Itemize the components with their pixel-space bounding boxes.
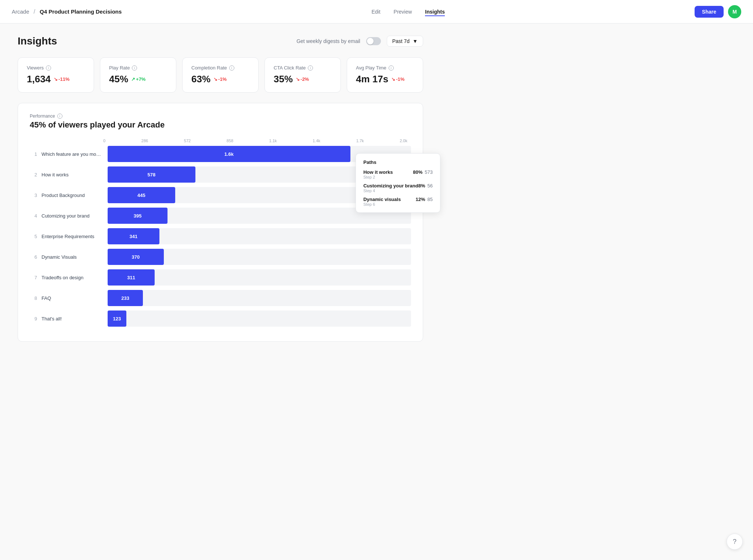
brand-link[interactable]: Arcade [12,8,29,15]
chart-bar[interactable]: 1.6k [108,146,350,162]
performance-label: Performance i [30,114,411,119]
share-button[interactable]: Share [695,6,724,18]
chevron-down-icon: ▼ [412,38,418,44]
axis-6: 1.7k [356,139,364,143]
tab-preview[interactable]: Preview [394,7,412,16]
arrow-down-icon-3: ↘ [296,76,300,82]
chart-area: 0 286 572 858 1.1k 1.4k 1.7k 2.0k 1Which… [30,139,411,327]
path-values: 80%573 [413,169,433,175]
chart-row-bar-area: 123 [108,310,411,327]
axis-0: 0 [103,139,105,143]
chart-bar[interactable]: 578 [108,166,195,183]
stat-delta-viewers: ↘ -11% [54,76,69,82]
chart-row[interactable]: 4Cutomizing your brand395 [30,208,411,224]
chart-bar[interactable]: 395 [108,208,167,224]
info-icon-viewers[interactable]: i [46,65,51,71]
chart-bar[interactable]: 123 [108,310,126,327]
stat-value-avgplay: 4m 17s ↘ -1% [356,73,414,85]
tab-insights[interactable]: Insights [425,7,445,16]
axis-3: 858 [227,139,233,143]
chart-row[interactable]: 7Tradeoffs on design311 [30,269,411,286]
avatar[interactable]: M [728,5,741,18]
chart-row-num: 7 [30,275,37,280]
stat-label-cta: CTA Click Rate i [274,65,332,71]
chart-row-bar-area: 341 [108,228,411,244]
info-icon-cta[interactable]: i [308,65,313,71]
paths-title: Paths [363,159,433,165]
chart-bar[interactable]: 341 [108,228,159,244]
chart-row-label: That's all! [42,316,103,322]
chart-row-label: Product Background [42,193,103,198]
performance-title: 45% of viewers played your Arcade [30,120,411,130]
info-icon-performance[interactable]: i [57,114,62,119]
chart-row[interactable]: 6Dynamic Visuals370 [30,249,411,265]
info-icon-avgplay[interactable]: i [389,65,394,71]
chart-bar[interactable]: 445 [108,187,175,203]
chart-row-bar-area: 311 [108,269,411,286]
stats-row: Viewers i 1,634 ↘ -11% Play Rate i 45% ↗ [18,57,423,93]
time-range-dropdown[interactable]: Past 7d ▼ [387,36,423,47]
stat-value-viewers: 1,634 ↘ -11% [27,73,85,85]
axis-5: 1.4k [313,139,320,143]
chart-row-num: 3 [30,193,37,198]
chart-row-label: Enterprise Requirements [42,234,103,239]
stat-delta-cta: ↘ -2% [296,76,309,82]
chart-row[interactable]: 8FAQ233 [30,290,411,306]
performance-section: Performance i 45% of viewers played your… [18,103,423,342]
arrow-down-icon: ↘ [54,76,58,82]
chart-bar[interactable]: 233 [108,290,143,306]
stat-label-viewers: Viewers i [27,65,85,71]
chart-bar[interactable]: 370 [108,249,164,265]
tab-edit[interactable]: Edit [371,7,380,16]
path-values: 12%85 [416,197,433,202]
stat-label-completion: Completion Rate i [191,65,249,71]
digest-toggle[interactable] [366,37,381,45]
stat-delta-avgplay: ↘ -1% [391,76,404,82]
chart-rows: 1Which feature are you most i...1.6kPath… [30,146,411,327]
topnav: Arcade / Q4 Product Planning Decisions E… [0,0,753,24]
path-pct: 8% [418,183,425,189]
chart-row-label: FAQ [42,295,103,301]
page-title: Insights [18,35,57,47]
arrow-down-icon-4: ↘ [391,76,395,82]
chart-row[interactable]: 5Enterprise Requirements341 [30,228,411,244]
chart-row[interactable]: 2How it works578 [30,166,411,183]
chart-row-num: 1 [30,151,37,157]
path-count: 85 [428,197,433,202]
axis-1: 286 [141,139,148,143]
chart-row[interactable]: 1Which feature are you most i...1.6kPath… [30,146,411,162]
chart-row-bar-area: 233 [108,290,411,306]
breadcrumb-separator: / [34,8,35,15]
chart-row-num: 6 [30,254,37,260]
axis-2: 572 [184,139,191,143]
paths-tooltip: PathsHow it worksStep 280%573Customizing… [356,153,440,213]
info-icon-playrate[interactable]: i [132,65,137,71]
topnav-right: Share M [695,5,741,18]
path-pct: 12% [416,197,425,202]
path-name: How it works [363,169,393,175]
path-item: Customizing your brandStep 48%56 [363,183,433,193]
path-step: Step 2 [363,175,393,179]
stat-value-playrate: 45% ↗ +7% [109,73,167,85]
digest-label: Get weekly digests by email [296,38,360,44]
path-values: 8%56 [418,183,433,189]
path-step: Step 6 [363,202,401,207]
path-count: 573 [425,169,433,175]
project-title: Q4 Product Planning Decisions [40,8,122,15]
chart-bar[interactable]: 311 [108,269,155,286]
main-content: Insights Get weekly digests by email Pas… [0,24,441,353]
chart-row[interactable]: 9That's all!123 [30,310,411,327]
stat-card-cta: CTA Click Rate i 35% ↘ -2% [264,57,341,93]
stat-label-playrate: Play Rate i [109,65,167,71]
stat-value-cta: 35% ↘ -2% [274,73,332,85]
chart-row-num: 8 [30,295,37,301]
path-name: Customizing your brand [363,183,418,189]
path-info: Dynamic visualsStep 6 [363,197,401,207]
topnav-left: Arcade / Q4 Product Planning Decisions [12,8,122,15]
path-item: Dynamic visualsStep 612%85 [363,197,433,207]
info-icon-completion[interactable]: i [229,65,234,71]
chart-row-num: 4 [30,213,37,219]
chart-row-label: Which feature are you most i... [42,151,103,157]
arrow-up-icon: ↗ [131,76,135,82]
chart-row[interactable]: 3Product Background445 [30,187,411,203]
